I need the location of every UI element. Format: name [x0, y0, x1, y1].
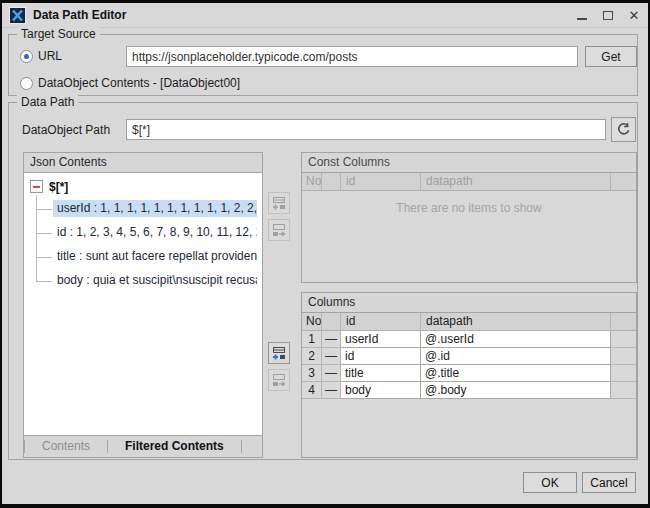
move-column-button [268, 369, 290, 391]
table-row: 4 — body @.body [302, 382, 636, 399]
refresh-icon [616, 122, 631, 137]
const-columns-title: Const Columns [302, 153, 636, 173]
target-source-legend: Target Source [17, 27, 100, 41]
tree-root-label: $[*] [49, 180, 68, 194]
json-contents-tabs: Contents Filtered Contents [24, 435, 262, 457]
dataobject-path-input[interactable] [126, 119, 606, 140]
move-column-icon [271, 372, 287, 388]
add-column-button[interactable] [268, 342, 290, 364]
dialog-body: Target Source URL Get DataObject Content… [2, 28, 648, 504]
collapse-minus-icon[interactable] [30, 180, 43, 193]
data-path-editor-dialog: Data Path Editor ✕ Target Source URL Get… [0, 0, 650, 508]
columns-panel: Columns No id datapath 1 — userId @.user… [301, 292, 637, 458]
ok-button[interactable]: OK [523, 472, 577, 493]
json-contents-title: Json Contents [24, 153, 262, 173]
window-controls: ✕ [574, 3, 642, 28]
table-row: 1 — userId @.userId [302, 331, 636, 348]
add-column-icon [271, 195, 287, 211]
move-column-icon [271, 222, 287, 238]
minimize-icon[interactable] [574, 8, 590, 24]
add-const-column-button [268, 192, 290, 214]
data-path-legend: Data Path [17, 95, 78, 109]
tree-item-userid[interactable]: userId : 1, 1, 1, 1, 1, 1, 1, 1, 1, 1, 2… [24, 197, 262, 221]
close-icon[interactable]: ✕ [626, 8, 642, 24]
tree-item-title[interactable]: title : sunt aut facere repellat provide… [24, 245, 262, 269]
dataobject-path-label: DataObject Path [22, 123, 110, 137]
refresh-button[interactable] [611, 117, 636, 142]
target-source-group: Target Source URL Get DataObject Content… [8, 34, 638, 96]
data-path-group: Data Path DataObject Path Json Contents … [8, 102, 638, 460]
dataobject-radio[interactable] [20, 77, 33, 90]
tab-contents[interactable]: Contents [25, 436, 107, 457]
url-radio-label[interactable]: URL [38, 49, 62, 63]
columns-header-row: No id datapath [302, 313, 636, 331]
const-columns-empty-message: There are no items to show [302, 201, 636, 215]
table-row: 3 — title @.title [302, 365, 636, 382]
move-const-column-button [268, 219, 290, 241]
url-radio[interactable] [20, 50, 33, 63]
json-contents-panel: Json Contents $[*] userId : 1, 1, 1, 1, … [23, 152, 263, 458]
window-title: Data Path Editor [33, 8, 126, 22]
tree-item-id[interactable]: id : 1, 2, 3, 4, 5, 6, 7, 8, 9, 10, 11, … [24, 221, 262, 245]
tab-filtered-contents[interactable]: Filtered Contents [108, 436, 241, 457]
tree-root[interactable]: $[*] [24, 177, 262, 197]
url-input[interactable] [126, 46, 578, 67]
table-row: 2 — id @.id [302, 348, 636, 365]
const-columns-panel: Const Columns No id datapath There are n… [301, 152, 637, 283]
app-icon [9, 7, 26, 24]
const-columns-header-row: No id datapath [302, 173, 636, 191]
tree-item-body[interactable]: body : quia et suscipit\nsuscipit recusa… [24, 269, 262, 293]
add-column-icon [271, 345, 287, 361]
cancel-button[interactable]: Cancel [582, 472, 636, 493]
maximize-icon[interactable] [600, 8, 616, 24]
columns-title: Columns [302, 293, 636, 313]
title-bar: Data Path Editor ✕ [2, 3, 648, 28]
dataobject-radio-label[interactable]: DataObject Contents - [DataObject00] [38, 76, 240, 90]
json-tree: $[*] userId : 1, 1, 1, 1, 1, 1, 1, 1, 1,… [24, 173, 262, 435]
get-button[interactable]: Get [585, 46, 637, 67]
